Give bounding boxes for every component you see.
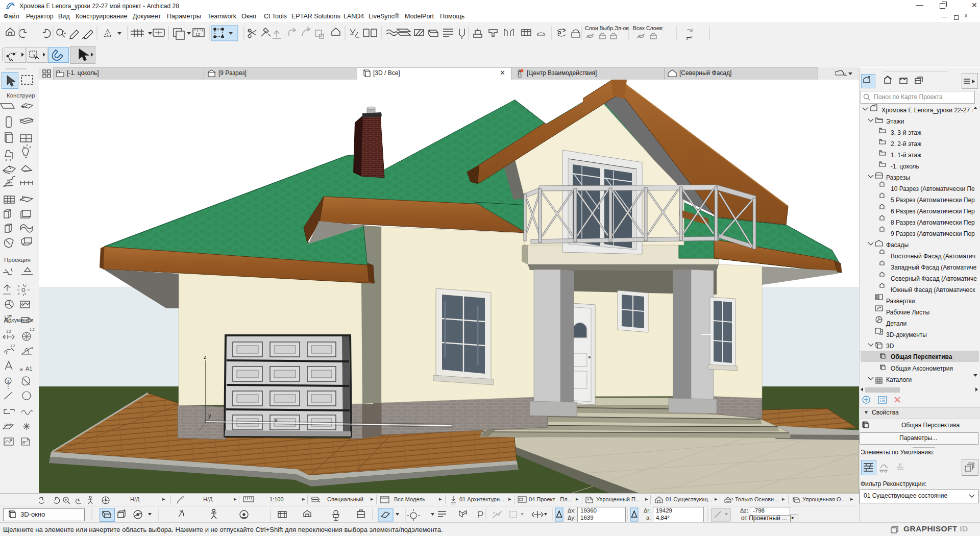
svg-text:y: y [208, 412, 211, 419]
svg-text:1: 1 [7, 379, 10, 384]
svg-text:Слои Выбр.Эл-ов: Слои Выбр.Эл-ов [585, 25, 629, 31]
svg-text:12: 12 [195, 32, 200, 37]
svg-text:A1: A1 [26, 366, 32, 372]
svg-text:1.2: 1.2 [30, 328, 35, 331]
svg-text:1.2: 1.2 [10, 344, 15, 348]
svg-text:z: z [204, 354, 207, 360]
svg-text:Всех Слоев:: Всех Слоев: [633, 25, 664, 31]
svg-text:1.2: 1.2 [6, 330, 11, 333]
svg-text:α: α [31, 346, 33, 350]
svg-text:x: x [275, 417, 278, 423]
